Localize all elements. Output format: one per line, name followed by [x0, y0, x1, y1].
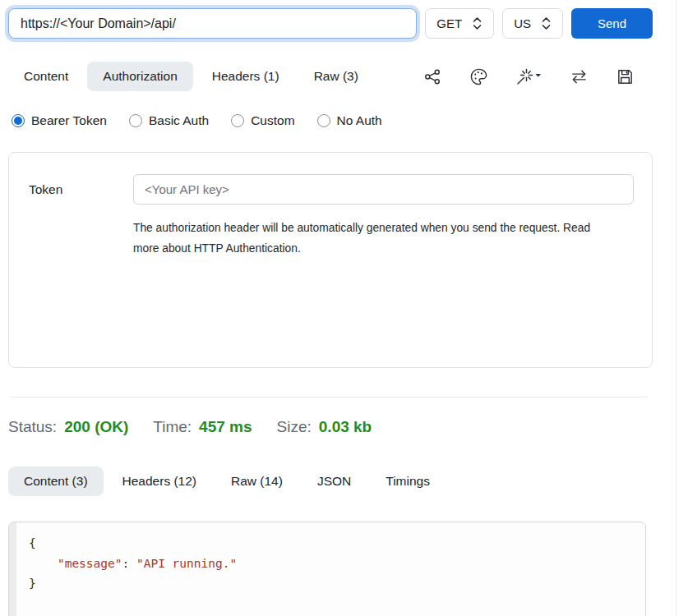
api-tester-page: GET US Send Content Authorization Header… [0, 0, 667, 616]
tab-authorization[interactable]: Authorization [87, 62, 192, 91]
time-pair: Time: 457 ms [153, 418, 252, 436]
radio-custom[interactable]: Custom [231, 113, 294, 128]
tab-response-json[interactable]: JSON [302, 467, 367, 496]
response-json-code: { "message": "API running." } [16, 522, 237, 616]
section-divider [10, 397, 648, 398]
json-key: "message" [29, 557, 122, 570]
palette-icon[interactable] [469, 67, 488, 86]
token-input[interactable] [133, 174, 634, 205]
json-value: "API running." [136, 557, 237, 570]
response-status-bar: Status: 200 (OK) Time: 457 ms Size: 0.03… [8, 415, 653, 439]
region-select-value: US [514, 16, 531, 30]
auth-help-text: The authorization header will be automat… [133, 218, 616, 259]
method-select[interactable]: GET [425, 8, 494, 39]
time-label: Time: [153, 418, 192, 436]
size-pair: Size: 0.03 kb [277, 418, 372, 436]
magic-wand-dropdown-icon[interactable] [515, 67, 543, 86]
request-tabs: Content Authorization Headers (1) Raw (3… [8, 62, 653, 91]
size-value: 0.03 kb [319, 418, 372, 436]
json-separator: : [122, 557, 136, 570]
json-open-brace: { [29, 536, 36, 549]
radio-label: Basic Auth [149, 113, 209, 128]
radio-label: Bearer Token [31, 113, 107, 128]
request-bar: GET US Send [8, 8, 653, 39]
auth-panel: Token The authorization header will be a… [8, 152, 653, 368]
response-body-panel: { "message": "API running." } [8, 522, 646, 616]
method-select-value: GET [436, 16, 462, 30]
tab-headers[interactable]: Headers (1) [196, 62, 295, 91]
tab-response-content[interactable]: Content (3) [8, 467, 104, 496]
status-value: 200 (OK) [64, 418, 128, 436]
chevron-expand-icon [472, 16, 483, 30]
tab-raw[interactable]: Raw (3) [298, 62, 374, 91]
swap-arrows-icon[interactable] [570, 67, 589, 86]
radio-bearer-token[interactable]: Bearer Token [12, 113, 107, 128]
radio-selected-icon[interactable] [12, 114, 25, 127]
code-gutter [9, 522, 16, 616]
save-icon[interactable] [616, 67, 635, 86]
tab-response-raw[interactable]: Raw (14) [215, 467, 298, 496]
chevron-expand-icon [541, 16, 552, 30]
tab-response-timings[interactable]: Timings [370, 467, 446, 496]
status-pair: Status: 200 (OK) [8, 418, 128, 436]
auth-type-options: Bearer Token Basic Auth Custom No Auth [12, 113, 653, 128]
response-tabs: Content (3) Headers (12) Raw (14) JSON T… [8, 467, 653, 496]
share-icon[interactable] [423, 67, 442, 86]
tab-content[interactable]: Content [8, 62, 84, 91]
status-label: Status: [8, 418, 57, 436]
token-row: Token [29, 174, 634, 205]
time-value: 457 ms [199, 418, 252, 436]
radio-unselected-icon[interactable] [231, 114, 244, 127]
panel-right-divider [676, 0, 676, 616]
radio-label: Custom [251, 113, 294, 128]
token-label: Token [29, 182, 133, 197]
radio-label: No Auth [337, 113, 382, 128]
radio-unselected-icon[interactable] [317, 114, 330, 127]
tab-response-headers[interactable]: Headers (12) [107, 467, 212, 496]
radio-basic-auth[interactable]: Basic Auth [129, 113, 209, 128]
json-close-brace: } [29, 577, 36, 590]
radio-no-auth[interactable]: No Auth [317, 113, 382, 128]
region-select[interactable]: US [502, 8, 563, 39]
request-toolbar [423, 67, 653, 86]
send-button[interactable]: Send [571, 8, 653, 39]
url-input[interactable] [8, 8, 417, 39]
size-label: Size: [277, 418, 312, 436]
radio-unselected-icon[interactable] [129, 114, 142, 127]
